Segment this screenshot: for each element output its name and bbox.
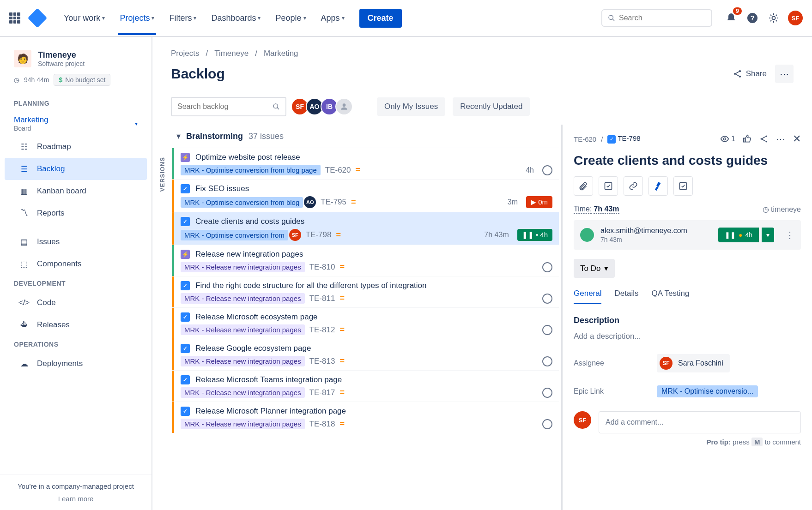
- sidebar-releases[interactable]: ⛴Releases: [5, 314, 147, 336]
- issue-row[interactable]: ⚡Release new integration pagesMRK - Rele…: [172, 245, 559, 276]
- breadcrumb-item[interactable]: Timeneye: [214, 49, 248, 58]
- assignee-field[interactable]: SF Sara Foschini: [657, 354, 730, 372]
- epic-tag[interactable]: MRK - Release new integration pages: [181, 387, 305, 398]
- issue-row[interactable]: ✓Find the right code structure for all t…: [172, 276, 559, 307]
- link-button[interactable]: [624, 176, 643, 196]
- settings-icon[interactable]: [767, 11, 781, 25]
- tab-general[interactable]: General: [574, 289, 601, 304]
- issue-row[interactable]: ✓Release Microsoft Teams integration pag…: [172, 370, 559, 402]
- timer-icon[interactable]: [542, 419, 552, 429]
- assignee-filter: SF AO IB: [294, 98, 353, 115]
- sidebar-backlog[interactable]: ☰Backlog: [5, 158, 147, 180]
- timer-icon[interactable]: [542, 294, 552, 304]
- issue-row[interactable]: ✓Release Google ecosystem pageMRK - Rele…: [172, 339, 559, 370]
- backlog-search[interactable]: [171, 97, 286, 116]
- nav-people[interactable]: People▾: [273, 1, 308, 35]
- more-icon[interactable]: ⋯: [776, 133, 785, 144]
- timer-running[interactable]: ▶ 0m: [526, 196, 552, 208]
- timer-icon[interactable]: [542, 165, 552, 175]
- issue-row[interactable]: ✓Fix SEO issuesMRK - Optimise conversion…: [172, 179, 559, 212]
- checklist-button[interactable]: [673, 176, 693, 196]
- sidebar-issues[interactable]: ▤Issues: [5, 231, 147, 253]
- nav-projects[interactable]: Projects▾: [118, 1, 156, 35]
- create-button[interactable]: Create: [359, 9, 402, 28]
- epic-tag[interactable]: MRK - Optimise conversion from blog: [181, 197, 303, 208]
- confluence-button[interactable]: [648, 176, 668, 196]
- tab-details[interactable]: Details: [614, 289, 638, 304]
- learn-more-link[interactable]: Learn more: [7, 495, 144, 503]
- comment-input[interactable]: Add a comment...: [599, 411, 801, 433]
- epic-tag[interactable]: MRK - Release new integration pages: [181, 419, 305, 429]
- epic-tag[interactable]: MRK - Release new integration pages: [181, 293, 305, 304]
- epic-tag[interactable]: MRK - Optimise conversion from blog page: [181, 165, 321, 175]
- issue-row[interactable]: ✓Release Microsoft ecosystem pageMRK - R…: [172, 307, 559, 339]
- global-search-input[interactable]: [619, 14, 706, 22]
- nav-filters[interactable]: Filters▾: [167, 1, 198, 35]
- filter-recently-updated[interactable]: Recently Updated: [453, 97, 530, 116]
- sidebar-kanban[interactable]: ▥Kanban board: [5, 180, 147, 202]
- epic-link-field[interactable]: MRK - Optimise conversio...: [657, 385, 758, 397]
- subtask-button[interactable]: [599, 176, 618, 196]
- profile-avatar[interactable]: SF: [788, 11, 803, 25]
- eye-icon: [720, 134, 729, 144]
- share-button[interactable]: [759, 134, 769, 144]
- issue-row[interactable]: ✓Create clients and costs guidesMRK - Op…: [172, 212, 559, 245]
- close-button[interactable]: ✕: [793, 133, 801, 145]
- timer-icon[interactable]: [542, 388, 552, 398]
- timer-button[interactable]: ❚❚●4h: [718, 228, 759, 242]
- sidebar-roadmap[interactable]: ☷Roadmap: [5, 136, 147, 158]
- epic-tag[interactable]: MRK - Release new integration pages: [181, 324, 305, 335]
- attach-button[interactable]: [574, 176, 593, 196]
- like-button[interactable]: [743, 134, 752, 144]
- more-actions-button[interactable]: ⋯: [775, 65, 794, 83]
- share-button[interactable]: Share: [733, 69, 767, 78]
- project-header[interactable]: 🧑 Timeneye Software project: [0, 50, 151, 67]
- backlog-search-input[interactable]: [177, 102, 269, 111]
- timer-icon[interactable]: [542, 262, 552, 272]
- sidebar-components[interactable]: ⬚Components: [5, 253, 147, 275]
- description-input[interactable]: Add a description...: [574, 332, 801, 341]
- issue-summary: Release Google ecosystem page: [195, 344, 311, 353]
- code-icon: </>: [18, 297, 30, 308]
- entry-more-icon[interactable]: ⋮: [785, 229, 794, 240]
- timer-icon[interactable]: [542, 356, 552, 366]
- app-switcher-icon[interactable]: [9, 12, 20, 24]
- nav-dashboards[interactable]: Dashboards▾: [209, 1, 262, 35]
- timeneye-brand[interactable]: ◷timeneye: [763, 205, 801, 214]
- epic-tag[interactable]: MRK - Optimise conversion from: [181, 230, 288, 240]
- timer-icon[interactable]: [542, 325, 552, 335]
- epic-tag[interactable]: MRK - Release new integration pages: [181, 356, 305, 366]
- issue-key-link[interactable]: ✓TE-798: [607, 134, 640, 144]
- avatar-unassigned[interactable]: [335, 98, 353, 115]
- sidebar-deployments[interactable]: ☁Deployments: [5, 353, 147, 375]
- filter-only-my-issues[interactable]: Only My Issues: [377, 97, 445, 116]
- tab-qa[interactable]: QA Testing: [651, 289, 689, 304]
- nav-your-work[interactable]: Your work▾: [62, 1, 107, 35]
- timer-paused[interactable]: ❚❚ • 4h: [517, 229, 552, 241]
- notifications-icon[interactable]: 9: [724, 11, 738, 25]
- sidebar-reports[interactable]: 〽Reports: [5, 202, 147, 224]
- breadcrumb-item[interactable]: Marketing: [264, 49, 298, 58]
- board-selector[interactable]: MarketingBoard ▾: [0, 112, 151, 136]
- jira-logo-icon[interactable]: [28, 8, 47, 28]
- epic-tag[interactable]: MRK - Release new integration pages: [181, 262, 305, 272]
- status-dropdown[interactable]: To Do▾: [574, 259, 615, 278]
- parent-link[interactable]: TE-620: [574, 135, 596, 143]
- assignee-label: Assignee: [574, 359, 657, 367]
- global-search[interactable]: [601, 9, 712, 27]
- help-icon[interactable]: ?: [745, 11, 759, 25]
- nav-apps[interactable]: Apps▾: [319, 1, 346, 35]
- chevron-down-icon: ▾: [194, 15, 196, 21]
- issue-title[interactable]: Create clients and costs guides: [574, 153, 801, 168]
- breadcrumb-item[interactable]: Projects: [171, 49, 199, 58]
- section-operations: OPERATIONS: [0, 336, 151, 353]
- backlog-section-header[interactable]: ▾ Brainstorming 37 issues: [172, 125, 559, 148]
- timer-dropdown[interactable]: ▾: [762, 228, 774, 242]
- watchers-button[interactable]: 1: [720, 134, 735, 144]
- chevron-down-icon: ▾: [135, 120, 138, 127]
- budget-pill[interactable]: $No budget set: [54, 74, 110, 86]
- sidebar-code[interactable]: </>Code: [5, 292, 147, 314]
- issue-row[interactable]: ⚡Optimize website post releaseMRK - Opti…: [172, 148, 559, 179]
- versions-panel-toggle[interactable]: VERSIONS: [152, 125, 172, 510]
- issue-row[interactable]: ✓Release Microsoft Planner integration p…: [172, 402, 559, 433]
